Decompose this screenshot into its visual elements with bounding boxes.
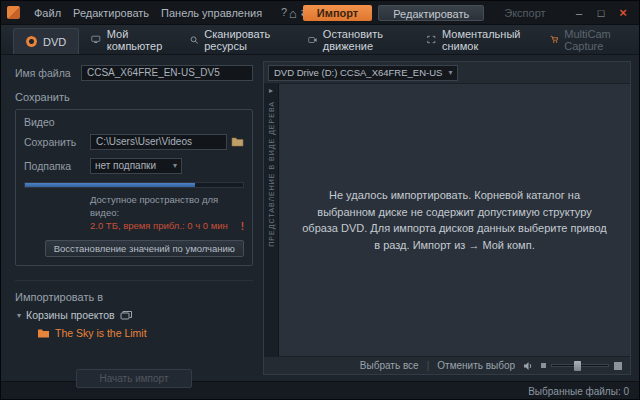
zoom-in-icon[interactable]	[614, 362, 622, 370]
source-scan-assets[interactable]: Сканировать ресурсы	[178, 25, 296, 54]
maximize-button[interactable]: □	[591, 5, 611, 21]
cart-icon	[550, 34, 559, 45]
import-to-title: Импортировать в	[15, 291, 253, 303]
chevron-down-icon: ▾	[448, 68, 452, 77]
media-browser-panel: DVD Drive (D:) CCSA_X64FRE_EN-US ▾ ▸ ПРЕ…	[263, 61, 631, 375]
chevron-down-icon: ▾	[173, 159, 177, 173]
space-available-label: Доступное пространство для видео:	[90, 194, 244, 220]
import-error-message: Не удалось импортировать. Корневой катал…	[279, 187, 630, 253]
menu-file[interactable]: Файл	[28, 7, 67, 19]
menu-edit[interactable]: Редактировать	[67, 7, 155, 19]
browser-footer: Выбрать все | Отменить выбор	[264, 356, 630, 374]
filename-input[interactable]: CCSA_X64FRE_EN-US_DV5	[81, 65, 253, 81]
zoom-out-icon[interactable]	[541, 363, 546, 368]
subfolder-value: нет подпапки	[95, 159, 156, 173]
subfolder-select[interactable]: нет подпапки ▾	[90, 158, 182, 174]
space-available-value: 2.0 ТБ, время прибл.: 0 ч 0 мин	[90, 220, 228, 233]
source-multicam-label: MultiCam Capture	[564, 28, 627, 52]
camera-icon	[308, 35, 317, 45]
tab-edit[interactable]: Редактировать	[378, 5, 484, 21]
video-save-group: Видео Сохранить C:\Users\User\Videos Под…	[15, 109, 253, 266]
select-all-button[interactable]: Выбрать все	[360, 360, 419, 371]
app-logo-icon	[7, 6, 20, 19]
search-icon	[190, 34, 199, 46]
expand-triangle-icon[interactable]: ▾	[17, 311, 21, 320]
project-bin-item[interactable]: The Sky is the Limit	[37, 327, 253, 339]
video-group-title: Видео	[24, 116, 244, 128]
tab-import[interactable]: Импорт	[303, 5, 372, 21]
source-dvd[interactable]: DVD	[13, 28, 79, 54]
source-stop-motion[interactable]: Остановить движение	[296, 25, 416, 54]
start-import-button[interactable]: Начать импорт	[76, 369, 191, 388]
dvd-disc-icon	[26, 36, 37, 47]
separator: |	[427, 360, 430, 371]
close-button[interactable]: ×	[613, 5, 633, 21]
source-multicam[interactable]: MultiCam Capture	[538, 25, 639, 54]
save-to-label: Сохранить	[24, 136, 90, 148]
tab-export[interactable]: Экспорт	[490, 5, 559, 21]
thumbnail-size-slider[interactable]	[551, 364, 609, 367]
slider-thumb[interactable]	[574, 361, 581, 371]
disk-space-bar	[24, 182, 244, 188]
import-source-toolbar: DVD Мой компьютер Сканировать ресурсы Ос…	[1, 25, 639, 55]
tree-view-toggle[interactable]: ▸ ПРЕДСТАВЛЕНИЕ В ВИДЕ ДЕРЕВА	[264, 84, 279, 356]
deselect-all-button[interactable]: Отменить выбор	[437, 360, 515, 371]
source-my-computer-label: Мой компьютер	[107, 28, 166, 52]
import-settings-panel: Имя файла CCSA_X64FRE_EN-US_DV5 Сохранит…	[9, 61, 257, 375]
source-scan-assets-label: Сканировать ресурсы	[204, 28, 283, 52]
main-area: Имя файла CCSA_X64FRE_EN-US_DV5 Сохранит…	[1, 55, 639, 381]
window-controls: – □ ×	[569, 5, 633, 21]
tree-expander-icon[interactable]: ▸	[269, 86, 273, 95]
snapshot-brackets-icon	[427, 34, 436, 45]
drive-select[interactable]: DVD Drive (D:) CCSA_X64FRE_EN-US ▾	[268, 65, 458, 81]
subfolder-label: Подпапка	[24, 160, 90, 172]
folder-icon	[231, 136, 244, 147]
disk-space-fill	[25, 183, 195, 187]
mode-switcher: ⌂ Импорт Редактировать Экспорт	[289, 1, 560, 25]
source-my-computer[interactable]: Мой компьютер	[79, 25, 177, 54]
source-snapshot-label: Моментальный снимок	[442, 28, 526, 52]
titlebar: Файл Редактировать Панель управления ? ⇄…	[1, 1, 639, 25]
app-window: Файл Редактировать Панель управления ? ⇄…	[0, 0, 640, 400]
filename-label: Имя файла	[15, 67, 81, 79]
thumbnail-size-control	[541, 362, 622, 370]
computer-icon	[91, 34, 101, 45]
warning-icon: !	[241, 220, 244, 234]
selected-files-count: Выбранные файлы: 0	[528, 386, 629, 397]
bins-collection-icon	[120, 310, 133, 320]
tree-view-label: ПРЕДСТАВЛЕНИЕ В ВИДЕ ДЕРЕВА	[268, 101, 275, 247]
home-icon[interactable]: ⌂	[289, 6, 297, 21]
browse-folder-button[interactable]	[231, 136, 244, 149]
drive-select-value: DVD Drive (D:) CCSA_X64FRE_EN-US	[274, 67, 442, 78]
restore-defaults-button[interactable]: Восстановление значений по умолчанию	[45, 240, 244, 257]
browser-content: Не удалось импортировать. Корневой катал…	[279, 84, 630, 356]
project-bins-item[interactable]: ▾ Корзины проектов	[17, 309, 253, 321]
save-path-input[interactable]: C:\Users\User\Videos	[90, 134, 227, 150]
source-stop-motion-label: Остановить движение	[323, 28, 404, 52]
menu-control-panel[interactable]: Панель управления	[155, 7, 268, 19]
project-bin-label: The Sky is the Limit	[55, 327, 147, 339]
browser-header: DVD Drive (D:) CCSA_X64FRE_EN-US ▾	[264, 62, 630, 84]
minimize-button[interactable]: –	[569, 5, 589, 21]
orange-folder-icon	[37, 328, 50, 338]
project-bins-label: Корзины проектов	[26, 309, 115, 321]
source-dvd-label: DVD	[43, 36, 66, 48]
source-snapshot[interactable]: Моментальный снимок	[415, 25, 537, 54]
save-section-title: Сохранить	[15, 91, 253, 103]
speaker-icon[interactable]	[523, 361, 534, 371]
